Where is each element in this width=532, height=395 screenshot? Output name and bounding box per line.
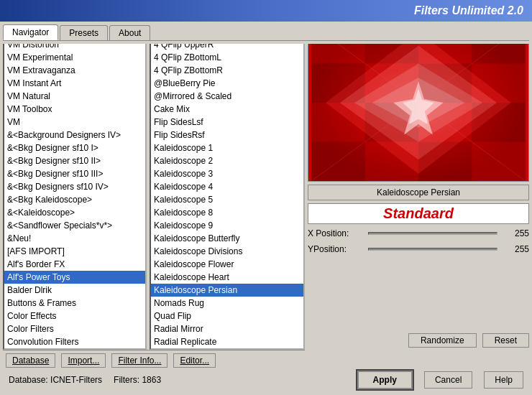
- svg-rect-13: [472, 44, 525, 64]
- editor-button[interactable]: Editor...: [173, 353, 216, 368]
- italic-label-box: Standaard: [308, 203, 529, 224]
- database-value: ICNET-Filters: [50, 375, 102, 385]
- filter-item[interactable]: Radial Replicate: [151, 335, 303, 348]
- category-item[interactable]: &<Bkg Kaleidoscope>: [4, 193, 145, 206]
- category-item[interactable]: VM Toolbox: [4, 103, 145, 116]
- svg-rect-10: [311, 44, 364, 64]
- apply-button[interactable]: Apply: [357, 371, 413, 389]
- filter-item[interactable]: Kaleidoscope Flower: [151, 258, 303, 271]
- svg-rect-25: [472, 142, 525, 182]
- category-item[interactable]: VM Natural: [4, 90, 145, 103]
- x-position-label: X Position:: [308, 228, 365, 238]
- category-item[interactable]: Color Effects: [4, 310, 145, 322]
- category-item[interactable]: VM Distortion: [4, 44, 145, 51]
- filter-item[interactable]: Kaleidoscope Heart: [151, 271, 303, 284]
- filter-item[interactable]: Flip SidesRsf: [151, 129, 303, 141]
- reset-button[interactable]: Reset: [482, 333, 529, 348]
- category-item[interactable]: VM: [4, 116, 145, 129]
- filter-item[interactable]: Kaleidoscope Divisions: [151, 245, 303, 258]
- x-position-slider[interactable]: [368, 232, 497, 235]
- category-list: VM 1VM DistortionVM ExperimentalVM Extra…: [3, 44, 147, 350]
- randomize-button[interactable]: Randomize: [408, 333, 477, 348]
- filter-item[interactable]: Kaleidoscope 1: [151, 141, 303, 154]
- filter-item[interactable]: Kaleidoscope 2: [151, 154, 303, 167]
- x-position-value: 255: [500, 228, 529, 238]
- filter-item[interactable]: Cake Mix: [151, 103, 303, 116]
- content-area: VM 1VM DistortionVM ExperimentalVM Extra…: [3, 44, 529, 368]
- bottom-toolbar: Database Import... Filter Info... Editor…: [3, 350, 305, 368]
- right-panel: Kaleidoscope Persian Standaard X Positio…: [308, 44, 529, 348]
- category-item[interactable]: &<Bkg Designer sf10 I>: [4, 141, 145, 154]
- filter-item[interactable]: 4 QFlip UpperR: [151, 44, 303, 51]
- preview-svg: [308, 44, 528, 181]
- import-button[interactable]: Import...: [61, 353, 106, 368]
- category-item[interactable]: VM Instant Art: [4, 77, 145, 90]
- filter-item[interactable]: Kaleidoscope Butterfly: [151, 232, 303, 245]
- category-item[interactable]: [AFS IMPORT]: [4, 245, 145, 258]
- app-title: Filters Unlimited 2.0: [414, 4, 523, 17]
- filter-item[interactable]: @BlueBerry Pie: [151, 77, 303, 90]
- category-item[interactable]: &<Kaleidoscope>: [4, 206, 145, 219]
- category-item[interactable]: VM Extravaganza: [4, 64, 145, 77]
- filter-item[interactable]: Kaleidoscope 3: [151, 167, 303, 180]
- svg-rect-11: [365, 44, 418, 64]
- svg-rect-12: [418, 44, 472, 64]
- category-item[interactable]: Balder Dlrik: [4, 284, 145, 297]
- filter-item[interactable]: Kaleidoscope 9: [151, 219, 303, 232]
- filter-list: 4 QFlip UpperL4 QFlip UpperR4 QFlip ZBot…: [150, 44, 305, 350]
- filter-scroll[interactable]: 4 QFlip UpperL4 QFlip UpperR4 QFlip ZBot…: [151, 44, 303, 348]
- filters-value: 1863: [142, 375, 161, 385]
- filter-item[interactable]: Radial Mirror: [151, 322, 303, 335]
- help-button[interactable]: Help: [484, 371, 523, 389]
- filter-item[interactable]: Flip SidesLsf: [151, 116, 303, 129]
- x-position-row: X Position: 255: [308, 227, 529, 240]
- category-item[interactable]: Convolution Filters: [4, 335, 145, 348]
- category-item[interactable]: &Neu!: [4, 232, 145, 245]
- category-item[interactable]: &<Bkg Designer sf10 III>: [4, 167, 145, 180]
- svg-rect-24: [418, 142, 472, 182]
- y-position-row: YPosition: 255: [308, 243, 529, 256]
- title-bar: Filters Unlimited 2.0: [0, 0, 532, 22]
- filter-item[interactable]: Kaleidoscope Persian: [151, 284, 303, 297]
- svg-rect-21: [472, 103, 525, 142]
- filter-item[interactable]: Quad Flip: [151, 310, 303, 322]
- category-item[interactable]: &<Bkg Designers sf10 IV>: [4, 180, 145, 193]
- filter-item[interactable]: Kaleidoscope 4: [151, 180, 303, 193]
- status-bar: Database: ICNET-Filters Filters: 1863 Ap…: [3, 368, 529, 392]
- filter-item[interactable]: Kaleidoscope 8: [151, 206, 303, 219]
- filter-item[interactable]: @Mirrored & Scaled: [151, 90, 303, 103]
- category-item[interactable]: Alf's Border FX: [4, 258, 145, 271]
- cancel-button[interactable]: Cancel: [424, 371, 472, 389]
- y-position-slider[interactable]: [368, 248, 497, 251]
- y-position-label: YPosition:: [308, 244, 365, 254]
- filter-item[interactable]: 4 QFlip ZBottomL: [151, 51, 303, 64]
- category-item[interactable]: Color Filters: [4, 322, 145, 335]
- lists-row: VM 1VM DistortionVM ExperimentalVM Extra…: [3, 44, 305, 350]
- filter-item[interactable]: 4 QFlip ZBottomR: [151, 64, 303, 77]
- tab-presets[interactable]: Presets: [60, 25, 108, 40]
- filters-label: Filters: 1863: [114, 375, 161, 385]
- filter-item[interactable]: Nomads Rug: [151, 297, 303, 310]
- database-button[interactable]: Database: [6, 353, 55, 368]
- tab-navigator[interactable]: Navigator: [3, 24, 58, 40]
- svg-rect-17: [472, 64, 525, 103]
- left-panel: VM 1VM DistortionVM ExperimentalVM Extra…: [3, 44, 305, 348]
- category-scroll[interactable]: VM 1VM DistortionVM ExperimentalVM Extra…: [4, 44, 145, 348]
- category-item[interactable]: VM Experimental: [4, 51, 145, 64]
- category-item[interactable]: Buttons & Frames: [4, 297, 145, 310]
- tab-about[interactable]: About: [109, 25, 150, 40]
- y-position-value: 255: [500, 244, 529, 254]
- category-item[interactable]: &<Bkg Designer sf10 II>: [4, 154, 145, 167]
- filter-name-box: Kaleidoscope Persian: [308, 185, 529, 200]
- filter-item[interactable]: Kaleidoscope 5: [151, 193, 303, 206]
- svg-rect-18: [311, 103, 364, 142]
- category-item[interactable]: &<Sandflower Specials*v*>: [4, 219, 145, 232]
- preview-area: [308, 44, 529, 182]
- category-item[interactable]: Alf's Power Toys: [4, 271, 145, 284]
- svg-rect-23: [365, 142, 418, 182]
- svg-rect-16: [418, 64, 472, 103]
- filter-name-label: Kaleidoscope Persian: [377, 187, 460, 198]
- filter-info-button[interactable]: Filter Info...: [111, 353, 168, 368]
- svg-rect-15: [365, 64, 418, 103]
- category-item[interactable]: &<Background Designers IV>: [4, 129, 145, 141]
